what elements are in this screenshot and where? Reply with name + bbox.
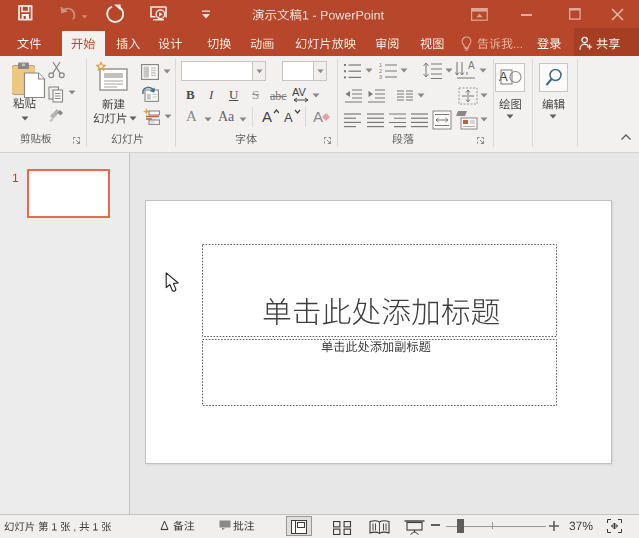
svg-text:3: 3 [379,74,382,80]
svg-text:A: A [262,108,272,125]
svg-text:A: A [499,69,508,84]
svg-text:AV: AV [292,87,307,98]
svg-text:A: A [284,110,293,125]
svg-text:A: A [468,60,475,71]
svg-text:A: A [313,108,323,125]
